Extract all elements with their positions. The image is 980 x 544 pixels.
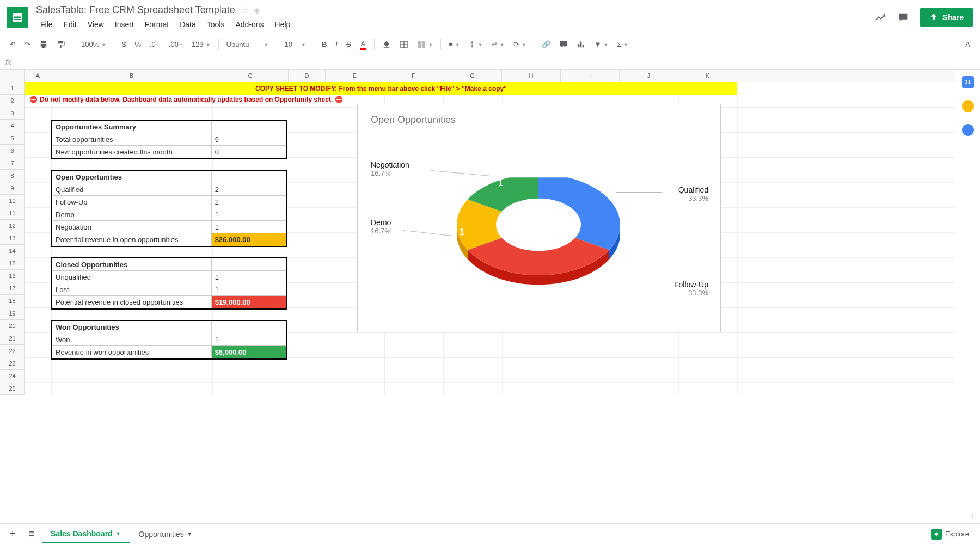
tab-sales-dashboard[interactable]: Sales Dashboard▼ <box>42 525 130 543</box>
col-header-D[interactable]: D <box>289 70 326 82</box>
table-cell[interactable]: 1 <box>212 221 286 233</box>
menu-edit[interactable]: Edit <box>59 18 81 31</box>
fill-color-icon[interactable] <box>379 38 394 51</box>
comment-icon[interactable] <box>897 11 910 24</box>
chart-icon[interactable] <box>573 38 589 51</box>
sheets-logo[interactable] <box>7 7 28 28</box>
move-icon[interactable]: ◈ <box>254 5 260 15</box>
select-all-corner[interactable] <box>0 70 25 82</box>
zoom-select[interactable]: 100%▼ <box>78 38 109 51</box>
undo-icon[interactable]: ↶ <box>7 38 19 51</box>
link-icon[interactable]: 🔗 <box>538 38 554 51</box>
table-cell[interactable]: 1 <box>212 208 286 220</box>
menu-data[interactable]: Data <box>175 18 200 31</box>
tasks-icon[interactable] <box>962 124 974 136</box>
row-header-24[interactable]: 24 <box>0 370 25 382</box>
share-button[interactable]: Share <box>920 8 973 27</box>
text-color-icon[interactable]: A <box>357 38 370 52</box>
row-header-17[interactable]: 17 <box>0 282 25 295</box>
col-header-I[interactable]: I <box>561 70 620 82</box>
decrease-decimal-icon[interactable]: .0← <box>146 38 163 51</box>
table-cell[interactable]: 1 <box>212 271 286 283</box>
row-header-16[interactable]: 16 <box>0 270 25 282</box>
table-cell[interactable]: Demo <box>52 208 212 220</box>
collapse-toolbar-icon[interactable]: ᐱ <box>962 38 973 51</box>
table-cell[interactable]: 9 <box>212 133 286 145</box>
table-cell[interactable]: Revenue in won opportunities <box>52 346 212 358</box>
table-cell[interactable]: 2 <box>212 196 286 208</box>
row-header-6[interactable]: 6 <box>0 145 25 157</box>
col-header-B[interactable]: B <box>51 70 212 82</box>
star-icon[interactable]: ☆ <box>241 5 248 15</box>
menu-insert[interactable]: Insert <box>111 18 138 31</box>
col-header-K[interactable]: K <box>678 70 737 82</box>
v-align-icon[interactable]: ⭥▼ <box>465 38 486 51</box>
bold-icon[interactable]: B <box>318 38 330 51</box>
row-header-13[interactable]: 13 <box>0 232 25 245</box>
redo-icon[interactable]: ↷ <box>21 38 34 51</box>
table-cell[interactable]: Lost <box>52 283 212 295</box>
row-header-11[interactable]: 11 <box>0 207 25 220</box>
chart-open-opportunities[interactable]: Open Opportunities 2211Qualified33.3%Fol… <box>357 104 721 332</box>
col-header-J[interactable]: J <box>620 70 678 82</box>
menu-help[interactable]: Help <box>271 18 295 31</box>
row-header-9[interactable]: 9 <box>0 182 25 195</box>
formula-bar[interactable]: fx <box>0 54 980 70</box>
tab-opportunities[interactable]: Opportunities▼ <box>130 525 201 543</box>
row-header-12[interactable]: 12 <box>0 220 25 232</box>
table-cell[interactable]: 0 <box>212 146 286 158</box>
menu-add-ons[interactable]: Add-ons <box>231 18 268 31</box>
row-header-14[interactable]: 14 <box>0 245 25 257</box>
table-cell[interactable]: Potential revenue in open opportunities <box>52 233 212 246</box>
borders-icon[interactable] <box>396 38 412 51</box>
row-header-4[interactable]: 4 <box>0 120 25 132</box>
col-header-G[interactable]: G <box>443 70 502 82</box>
row-header-23[interactable]: 23 <box>0 357 25 370</box>
italic-icon[interactable]: I <box>332 38 341 51</box>
row-header-10[interactable]: 10 <box>0 195 25 207</box>
table-cell[interactable]: 2 <box>212 183 286 195</box>
menu-view[interactable]: View <box>83 18 108 31</box>
table-cell[interactable]: 1 <box>212 333 286 345</box>
row-header-15[interactable]: 15 <box>0 257 25 270</box>
row-header-7[interactable]: 7 <box>0 157 25 170</box>
comment-tool-icon[interactable] <box>556 38 571 51</box>
row-header-22[interactable]: 22 <box>0 345 25 357</box>
explore-button[interactable]: ✦ Explore <box>924 526 976 543</box>
row-header-5[interactable]: 5 <box>0 132 25 145</box>
menu-format[interactable]: Format <box>140 18 173 31</box>
row-header-2[interactable]: 2 <box>0 95 25 107</box>
table-cell[interactable]: Unqualified <box>52 271 212 283</box>
row-header-25[interactable]: 25 <box>0 382 25 395</box>
print-icon[interactable] <box>36 38 51 51</box>
row-header-21[interactable]: 21 <box>0 332 25 345</box>
calendar-icon[interactable]: 31 <box>962 76 974 88</box>
table-cell[interactable]: $6,000.00 <box>212 346 286 358</box>
table-cell[interactable]: Total opportunities <box>52 133 212 145</box>
document-title[interactable]: SalesTable: Free CRM Spreadsheet Templat… <box>36 4 235 16</box>
more-formats[interactable]: 123▼ <box>188 38 214 51</box>
percent-icon[interactable]: % <box>131 38 144 51</box>
functions-icon[interactable]: Σ▼ <box>614 38 632 51</box>
col-header-C[interactable]: C <box>212 70 289 82</box>
pie-slice-qualified[interactable] <box>538 177 620 250</box>
increase-decimal-icon[interactable]: .00→ <box>166 38 186 51</box>
table-cell[interactable]: Negotiation <box>52 221 212 233</box>
keep-icon[interactable] <box>962 100 974 112</box>
table-cell[interactable]: $19,000.00 <box>212 296 286 308</box>
row-header-19[interactable]: 19 <box>0 307 25 320</box>
col-header-H[interactable]: H <box>502 70 561 82</box>
col-header-F[interactable]: F <box>384 70 443 82</box>
font-size-select[interactable]: 10▼ <box>281 38 309 51</box>
currency-icon[interactable]: $ <box>119 38 129 51</box>
row-header-8[interactable]: 8 <box>0 170 25 182</box>
table-cell[interactable]: Qualified <box>52 183 212 195</box>
row-header-1[interactable]: 1 <box>0 82 25 95</box>
menu-file[interactable]: File <box>36 18 57 31</box>
table-cell[interactable]: 1 <box>212 283 286 295</box>
paint-format-icon[interactable] <box>53 38 69 51</box>
row-header-20[interactable]: 20 <box>0 320 25 332</box>
row-header-18[interactable]: 18 <box>0 295 25 307</box>
scroll-right-icon[interactable]: 〉 <box>971 511 978 521</box>
col-header-A[interactable]: A <box>25 70 51 82</box>
